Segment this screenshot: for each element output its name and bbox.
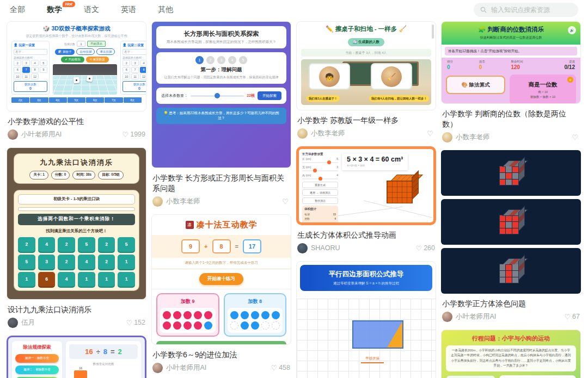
number-cell[interactable]: 4 (140, 60, 146, 66)
number-cell[interactable]: 3 (22, 60, 30, 66)
number-tile[interactable]: 2 (98, 255, 115, 269)
number-tile[interactable]: 4 (78, 255, 95, 269)
number-cell[interactable]: 4 (31, 60, 39, 66)
one-digit-panel[interactable]: 0 商是一位数 商 < 10 被除数 < 除数 × 10 (510, 75, 576, 104)
number-cell[interactable]: 6 (14, 67, 21, 73)
card-title[interactable]: 小学数学游戏的公平性 (8, 116, 145, 127)
author-name[interactable]: 小叶老师用AI (21, 130, 62, 139)
sidebar-button[interactable]: 暂停演示 (302, 197, 338, 204)
number-tile[interactable]: 5 (118, 237, 135, 252)
number-tile[interactable]: 5 (18, 255, 35, 269)
demo-button[interactable]: 开始演示 (87, 41, 106, 47)
addend-a-input[interactable]: 9 (181, 239, 200, 253)
slider-track[interactable] (302, 178, 338, 179)
number-cell[interactable]: 9 (40, 67, 47, 73)
number-tile[interactable]: 6 (38, 272, 56, 287)
card-perimeter-area[interactable]: 长方形周长与面积关系探索 用木条围成长方形花园，探索在周长固定的情况下，怎样围面… (151, 21, 291, 208)
mode-button[interactable]: 单次投掷 (96, 48, 115, 55)
dice-preview[interactable]: 🎲 3D双骰子概率探索游戏 设定获胜规则并投掷两个骰子，统计点数和出现次数，探究… (7, 21, 146, 111)
like-count[interactable]: ♡ (572, 134, 580, 141)
author-name[interactable]: 小数李老师 (166, 197, 200, 206)
graph-paper-canvas[interactable]: 平移拼接 (297, 299, 436, 378)
mode-button[interactable]: 🎲 掷骰子 (55, 49, 75, 55)
volume-preview[interactable]: 长方体参数设置 长 (cm)5宽 (cm)3高 (cm)4 重新生成逐层 → 动… (296, 146, 436, 225)
number-cell[interactable]: 12 (140, 73, 146, 79)
start-sim-button[interactable]: ✔ 开始模拟 (61, 57, 84, 63)
rule1-button[interactable]: 规律一：除数不变 (15, 354, 59, 363)
card-quotient-digits[interactable]: 🧩 判断商的位数消消乐 快速判断除法算式的商是一位数还是两位数 🔊 准备开始12… (441, 21, 581, 144)
card-division-rules[interactable]: 除法规律探索 规律一：除数不变 规律二：被除数不变 规律三：商不变规律 快速示例… (7, 336, 146, 378)
number-tile[interactable]: 1 (98, 272, 115, 287)
number-cell[interactable]: 11 (22, 73, 30, 79)
number-cell[interactable]: 2 (122, 60, 130, 66)
card-title[interactable]: 小学数学6～9的进位加法 (152, 350, 290, 360)
number-tile[interactable]: 1 (18, 272, 35, 287)
number-tile[interactable]: 2 (58, 255, 75, 269)
number-cell[interactable]: 3 (131, 60, 139, 66)
number-cell[interactable]: 10 (122, 73, 130, 79)
slider-track[interactable] (302, 162, 338, 163)
player2-name-input[interactable]: 名字： (122, 49, 146, 55)
volume-canvas[interactable]: 5 × 3 × 4 = 60 cm³ 长×宽×高 = 体积 (341, 152, 430, 219)
number-tile[interactable]: 4 (38, 237, 56, 252)
cube-panel-3[interactable] (441, 248, 581, 294)
slider-handle[interactable] (318, 177, 322, 181)
perimeter-preview[interactable]: 长方形周长与面积关系探索 用木条围成长方形花园，探索在周长固定的情况下，怎样围面… (151, 21, 291, 168)
number-tile[interactable]: 1 (118, 272, 135, 287)
number-tile[interactable]: 2 (98, 237, 115, 252)
number-tile[interactable]: 1 (78, 272, 95, 287)
author-name[interactable]: 伍月 (21, 318, 35, 327)
author-name[interactable]: 小数李老师 (311, 129, 345, 138)
slider-handle[interactable] (327, 160, 331, 164)
cube-panel-2[interactable] (441, 199, 581, 245)
dice-3d-scene[interactable] (53, 64, 117, 95)
search-box[interactable] (474, 3, 578, 17)
card-multiplication-match[interactable]: 九九乘法口诀消消乐 关卡: 1分数: 0时间: 38s目标: 0/5组 初级关卡… (7, 147, 146, 329)
number-tile[interactable]: 5 (78, 237, 95, 252)
card-journey-problem[interactable]: 行程问题：小宇与小狗的运动 一条马路长200m，小宇和他的小狗分别以不同的速度同… (441, 330, 581, 378)
parallelogram-preview[interactable]: 平行四边形面积公式推导 通过等积变形来理解 S = a × h 的推导过程 平移… (296, 261, 436, 378)
scrollbar-thumb[interactable] (432, 24, 434, 39)
card-cube-painting[interactable]: 小学数学正方体涂色问题 小叶老师用AI ♡ 67 (441, 150, 581, 323)
like-count[interactable]: ♡ 458 (271, 364, 290, 371)
reset-button[interactable]: ⟲ 重置数据 (86, 57, 109, 63)
multiplication-preview[interactable]: 九九乘法口诀消消乐 关卡: 1分数: 0时间: 38s目标: 0/5组 初级关卡… (7, 147, 146, 300)
card-dice-probability[interactable]: 🎲 3D双骰子概率探索游戏 设定获胜规则并投掷两个骰子，统计点数和出现次数，探究… (7, 21, 146, 141)
card-title[interactable]: 小学数学 苏教版一年级一样多 (297, 115, 435, 126)
quotient-preview[interactable]: 🧩 判断商的位数消消乐 快速判断除法算式的商是一位数还是两位数 🔊 准备开始12… (441, 21, 581, 104)
make-ten-preview[interactable]: 凑 凑十法互动教学 9 + 8 = 17 请输入两个1~9之间的数字，帮你完成凑… (151, 214, 291, 345)
search-input[interactable] (490, 5, 572, 14)
sidebar-button[interactable]: 重新生成 (302, 182, 338, 188)
tab-other[interactable]: 其他 (158, 5, 173, 15)
tab-math[interactable]: 数学 Hot (47, 5, 62, 15)
same-amount-preview[interactable]: ✏️ 擦桌子和扫地 - 一样多 🧹 🔄 生成新的人数 当前：擦桌子 3人，扫地 … (296, 21, 436, 110)
number-tile[interactable]: 2 (18, 237, 35, 252)
journey-preview[interactable]: 行程问题：小宇与小狗的运动 一条马路长200m，小宇和他的小狗分别以不同的速度同… (441, 330, 581, 378)
card-title[interactable]: 设计九九乘法口诀消消乐 (8, 305, 145, 315)
number-cell[interactable]: 7 (22, 67, 30, 73)
round-input[interactable]: 1 (77, 41, 85, 47)
slider-handle[interactable] (313, 169, 317, 172)
like-count[interactable]: ♡ (427, 130, 435, 137)
like-count[interactable]: ♡ 260 (415, 244, 435, 252)
card-title[interactable]: 生成长方体体积公式推导动画 (297, 230, 435, 240)
player1-name-input[interactable]: 名字： (14, 49, 47, 55)
card-title[interactable]: 小学数学 长方形或正方形周长与面积关系问题 (152, 173, 290, 194)
start-practice-button[interactable]: 开始凑十练习 (199, 273, 243, 285)
tab-chinese[interactable]: 语文 (84, 5, 99, 15)
addend-b-input[interactable]: 8 (212, 239, 231, 253)
card-volume-formula[interactable]: 长方体参数设置 长 (cm)5宽 (cm)3高 (cm)4 重新生成逐层 → 动… (296, 146, 436, 255)
author-name[interactable]: 小数李老师 (456, 133, 490, 142)
slider-track[interactable] (302, 170, 338, 171)
division-expression-panel[interactable]: 🎨 除法算式 (446, 76, 505, 94)
card-make-ten[interactable]: 凑 凑十法互动教学 9 + 8 = 17 请输入两个1~9之间的数字，帮你完成凑… (151, 214, 291, 374)
tab-english[interactable]: 英语 (121, 5, 136, 15)
like-count[interactable]: ♡ 1999 (122, 131, 145, 138)
author-name[interactable]: 小叶老师用AI (166, 363, 206, 373)
like-count[interactable]: ♡ 67 (564, 313, 580, 320)
author-name[interactable]: SHAORU (311, 244, 340, 252)
number-cell[interactable]: 11 (131, 73, 139, 79)
sidebar-button[interactable]: 逐层 → 动画演示 (302, 189, 338, 196)
number-tile[interactable]: 4 (58, 272, 75, 287)
tab-all[interactable]: 全部 (10, 5, 25, 15)
